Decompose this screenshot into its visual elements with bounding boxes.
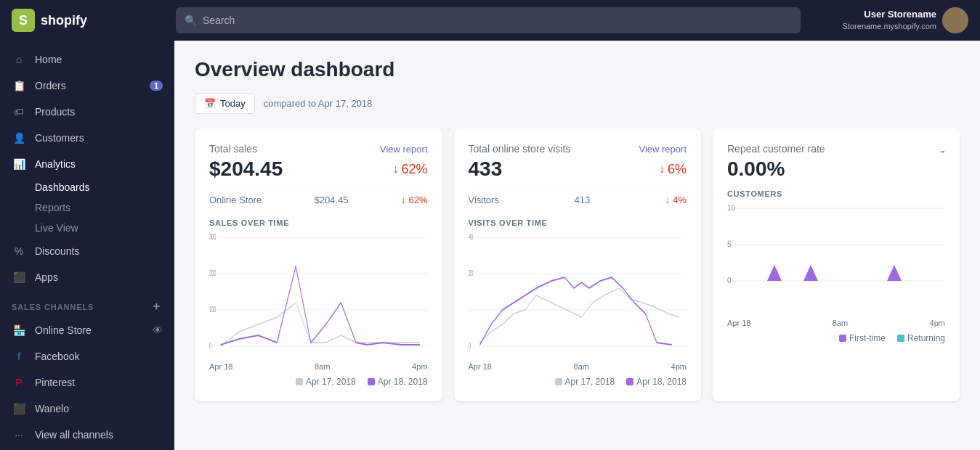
total-visits-pct: 6% — [668, 162, 687, 177]
date-bar: 📅 Today compared to Apr 17, 2018 — [195, 93, 960, 114]
visits-sub-label: Visitors — [469, 195, 499, 205]
sidebar-view-all-channels[interactable]: ··· View all channels — [0, 422, 174, 448]
sales-legend-dot-1 — [368, 378, 375, 385]
view-all-label: View all channels — [35, 429, 113, 441]
analytics-subnav: Dashboards Reports Live View — [0, 177, 174, 238]
sidebar-item-online-store[interactable]: 🏪 Online Store 👁 — [0, 317, 174, 343]
sidebar-item-products[interactable]: 🏷 Products — [0, 99, 174, 125]
pinterest-icon: P — [12, 375, 26, 390]
total-sales-change: ↓ 62% — [392, 162, 427, 177]
sales-down-arrow: ↓ — [392, 163, 398, 176]
total-sales-card: Total sales View report $204.45 ↓ 62% On… — [195, 128, 442, 401]
orders-badge: 1 — [150, 81, 163, 91]
discounts-icon: % — [12, 244, 26, 258]
visits-down-arrow: ↓ — [659, 163, 665, 176]
user-store: Storename.myshopify.com — [843, 21, 936, 31]
avatar — [942, 7, 968, 33]
svg-marker-21 — [767, 265, 782, 281]
customers-legend-dot-0 — [839, 335, 846, 342]
total-visits-value: 433 — [469, 158, 503, 181]
visits-sub-pct: 4% — [673, 195, 687, 205]
sidebar-label-analytics: Analytics — [35, 158, 76, 170]
sidebar-label-online-store: Online Store — [35, 324, 92, 336]
sidebar-item-customers[interactable]: 👤 Customers — [0, 125, 174, 151]
sidebar-item-discounts[interactable]: % Discounts — [0, 238, 174, 264]
total-sales-sub-stat: Online Store $204.45 ↓ 62% — [209, 189, 428, 210]
sidebar-item-wanelo[interactable]: ⬛ Wanelo — [0, 396, 174, 422]
customers-x-2: 4pm — [930, 319, 945, 327]
sub-stat-label: Online Store — [209, 195, 262, 205]
svg-marker-23 — [887, 265, 902, 281]
user-text: User Storename Storename.myshopify.com — [843, 9, 936, 31]
search-bar[interactable]: 🔍 — [176, 7, 801, 33]
cards-row: Total sales View report $204.45 ↓ 62% On… — [195, 128, 960, 401]
customers-x-labels: Apr 18 8am 4pm — [727, 319, 945, 327]
svg-marker-22 — [803, 265, 818, 281]
subnav-liveview[interactable]: Live View — [0, 218, 174, 238]
sidebar-item-pinterest[interactable]: P Pinterest — [0, 369, 174, 396]
add-channel-icon[interactable]: ＋ — [150, 299, 163, 314]
sales-x-2: 4pm — [412, 362, 427, 371]
sales-x-0: Apr 18 — [209, 362, 232, 371]
sidebar-label-discounts: Discounts — [35, 245, 79, 257]
search-input[interactable] — [203, 15, 792, 26]
sales-channels-label: SALES CHANNELS — [12, 303, 94, 311]
customers-x-1: 8am — [833, 319, 848, 327]
sales-legend-label-1: Apr 18, 2018 — [378, 377, 428, 387]
customers-legend-label-1: Returning — [907, 333, 945, 343]
sidebar-item-home[interactable]: ⌂ Home — [0, 46, 174, 73]
customers-legend-label-0: First-time — [849, 333, 886, 343]
sub-stat-value: $204.45 — [315, 195, 349, 205]
total-sales-pct: 62% — [401, 162, 427, 177]
date-btn-label: Today — [220, 98, 246, 109]
date-today-button[interactable]: 📅 Today — [195, 93, 255, 114]
customers-icon: 👤 — [12, 131, 26, 145]
total-visits-view-report[interactable]: View report — [639, 144, 687, 155]
shopify-logo-icon: S — [12, 9, 35, 32]
total-sales-value-row: $204.45 ↓ 62% — [209, 158, 428, 181]
total-visits-header: Total online store visits View report — [469, 143, 687, 155]
total-visits-title: Total online store visits — [469, 143, 571, 155]
date-compare: compared to Apr 17, 2018 — [264, 98, 373, 109]
visits-sub-arrow: ↓ — [665, 195, 671, 205]
layout: ⌂ Home 📋 Orders 1 🏷 Products 👤 Customers… — [0, 41, 980, 450]
facebook-icon: f — [12, 349, 26, 364]
sub-stat-change: ↓ 62% — [401, 195, 428, 205]
online-store-eye-icon[interactable]: 👁 — [153, 324, 163, 336]
sidebar-item-orders[interactable]: 📋 Orders 1 — [0, 73, 174, 99]
sidebar-label-home: Home — [35, 54, 62, 65]
wanelo-icon: ⬛ — [12, 401, 26, 416]
total-visits-change: ↓ 6% — [659, 162, 687, 177]
total-sales-view-report[interactable]: View report — [380, 144, 428, 155]
visits-chart-svg: 40 20 0 — [469, 230, 687, 361]
svg-text:300: 300 — [209, 232, 216, 242]
repeat-rate-info: Repeat customer rate 0.00% — [727, 143, 825, 181]
visits-x-2: 4pm — [671, 362, 687, 371]
visits-x-1: 8am — [574, 362, 589, 371]
visits-sub-change: ↓ 4% — [665, 195, 687, 205]
svg-text:200: 200 — [209, 269, 216, 278]
svg-text:100: 100 — [209, 305, 216, 314]
customers-legend-1: Returning — [897, 333, 945, 343]
sales-chart-label: SALES OVER TIME — [209, 218, 428, 227]
total-sales-title: Total sales — [209, 143, 257, 155]
sales-x-1: 8am — [315, 362, 330, 371]
customers-chart-label: CUSTOMERS — [727, 189, 945, 198]
sidebar-item-analytics[interactable]: 📊 Analytics — [0, 151, 174, 177]
sidebar-item-apps[interactable]: ⬛ Apps — [0, 264, 174, 290]
calendar-icon: 📅 — [204, 98, 216, 109]
sales-legend-dot-0 — [296, 378, 303, 385]
subnav-dashboards[interactable]: Dashboards — [0, 177, 174, 197]
svg-text:20: 20 — [469, 269, 473, 278]
apps-icon: ⬛ — [12, 270, 26, 285]
sidebar-label-customers: Customers — [35, 132, 84, 144]
main-content: Overview dashboard 📅 Today compared to A… — [174, 41, 980, 450]
customers-legend-dot-1 — [897, 335, 904, 342]
subnav-reports[interactable]: Reports — [0, 197, 174, 218]
visits-legend-1: Apr 18, 2018 — [626, 377, 687, 387]
topnav: S shopify 🔍 User Storename Storename.mys… — [0, 0, 980, 41]
total-visits-card: Total online store visits View report 43… — [454, 128, 702, 401]
sidebar-item-facebook[interactable]: f Facebook — [0, 343, 174, 369]
more-icon: ··· — [12, 428, 26, 442]
sidebar-label-orders: Orders — [35, 80, 66, 91]
